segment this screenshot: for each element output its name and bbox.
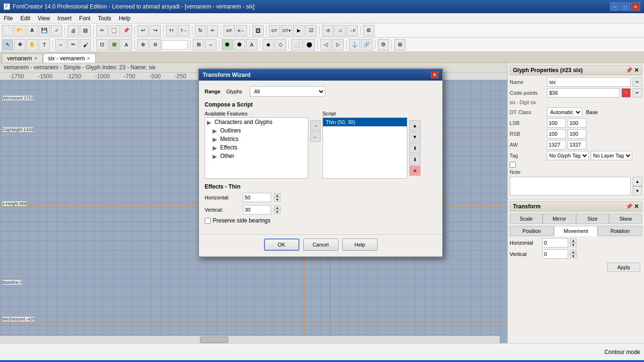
script-area: Script Thin (50, 30) bbox=[322, 111, 407, 179]
arrow-buttons: ▲ ▼ ⬆ ⬇ ✕ bbox=[409, 120, 421, 176]
feature-outlines[interactable]: ▶ Outlines bbox=[205, 126, 308, 135]
feature-label: Other bbox=[220, 153, 234, 159]
dialog-titlebar: Transform Wizard ✕ bbox=[199, 69, 442, 81]
feature-label: Metrics bbox=[220, 136, 239, 142]
available-features-area: Available Features ▶ Characters and Glyp… bbox=[205, 111, 308, 179]
expand-icon: ▶ bbox=[213, 136, 218, 142]
horizontal-effects-row: Horizontal: ▲ ▼ bbox=[205, 193, 437, 202]
feature-chars-glyphs[interactable]: ▶ Characters and Glyphs bbox=[205, 118, 308, 126]
dialog-buttons: OK Cancel Help bbox=[199, 234, 442, 256]
features-list[interactable]: ▶ Characters and Glyphs ▶ Outlines ▶ Met… bbox=[205, 117, 308, 179]
glyphs-select[interactable]: All bbox=[250, 86, 325, 97]
move-right-btn[interactable]: → bbox=[310, 120, 321, 131]
feature-effects[interactable]: ▶ Effects bbox=[205, 143, 308, 152]
script-top-btn[interactable]: ⬆ bbox=[409, 143, 421, 153]
script-item-thin[interactable]: Thin (50, 30) bbox=[323, 118, 407, 126]
v-spin-down[interactable]: ▼ bbox=[274, 210, 281, 214]
script-delete-btn[interactable]: ✕ bbox=[409, 165, 421, 176]
dialog-overlay: Transform Wizard ✕ Range Glyphs All Comp… bbox=[0, 0, 644, 362]
effects-section: Effects - Thin Horizontal: ▲ ▼ Vertical:… bbox=[205, 183, 437, 224]
compose-area: Available Features ▶ Characters and Glyp… bbox=[205, 111, 437, 179]
ok-button[interactable]: OK bbox=[264, 239, 299, 251]
move-left-btn[interactable]: ← bbox=[310, 132, 321, 142]
compose-section: Compose a Script Available Features ▶ Ch… bbox=[205, 101, 437, 179]
feature-label: Outlines bbox=[220, 127, 241, 134]
v-spin-up[interactable]: ▲ bbox=[274, 206, 281, 210]
feature-label: Characters and Glyphs bbox=[215, 119, 272, 125]
script-bottom-btn[interactable]: ⬇ bbox=[409, 154, 421, 165]
h-spin-down[interactable]: ▼ bbox=[274, 197, 281, 202]
dialog-body: Range Glyphs All Compose a Script Availa… bbox=[199, 81, 442, 234]
range-section: Range Glyphs All bbox=[205, 86, 437, 97]
expand-icon: ▶ bbox=[207, 119, 213, 125]
cancel-button[interactable]: Cancel bbox=[303, 239, 339, 251]
transform-wizard-dialog: Transform Wizard ✕ Range Glyphs All Comp… bbox=[198, 68, 443, 257]
script-list[interactable]: Thin (50, 30) bbox=[322, 117, 407, 179]
preserve-checkbox[interactable] bbox=[205, 218, 211, 224]
range-row: Range Glyphs All bbox=[205, 86, 437, 97]
preserve-row: Preserve side bearings bbox=[205, 217, 437, 224]
vertical-effects-row: Vertical: ▲ ▼ bbox=[205, 205, 437, 214]
feature-other[interactable]: ▶ Other bbox=[205, 152, 308, 160]
vertical-effects-input[interactable] bbox=[243, 205, 271, 214]
expand-icon: ▶ bbox=[213, 128, 218, 133]
feature-label: Effects bbox=[220, 144, 237, 151]
script-down-btn[interactable]: ▼ bbox=[409, 132, 421, 142]
horizontal-effects-input[interactable] bbox=[243, 193, 271, 202]
feature-metrics[interactable]: ▶ Metrics bbox=[205, 135, 308, 143]
expand-icon: ▶ bbox=[213, 145, 218, 150]
help-button[interactable]: Help bbox=[342, 239, 378, 251]
h-spin-up[interactable]: ▲ bbox=[274, 193, 281, 197]
move-buttons: → ← bbox=[310, 120, 321, 142]
script-up-btn[interactable]: ▲ bbox=[409, 120, 421, 131]
expand-icon: ▶ bbox=[213, 153, 218, 159]
dialog-close-button[interactable]: ✕ bbox=[431, 72, 438, 78]
